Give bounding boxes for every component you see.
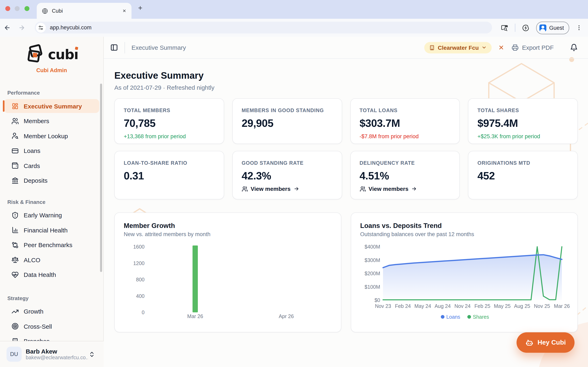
sidebar-item-member-lookup[interactable]: Member Lookup [4,129,99,143]
new-tab-button[interactable] [137,5,143,11]
sidebar-item-alco[interactable]: ALCO [4,253,99,267]
kpi-value: 70,785 [124,117,216,130]
svg-text:May 25: May 25 [494,303,511,309]
browser-menu-icon[interactable] [576,25,582,31]
sidebar: cubı Cubi Admin Performance Executive Su… [0,37,104,367]
view-members-label: View members [251,185,291,192]
kpi-grid: TOTAL MEMBERS 70,785 +13,368 from prior … [114,98,578,200]
sidebar-item-growth[interactable]: Growth [4,304,99,318]
kpi-label: DELINQUENCY RATE [360,160,451,166]
browser-titlebar: Cubi [0,0,588,19]
view-members-label: View members [369,185,408,192]
svg-text:Aug 24: Aug 24 [434,303,450,309]
clear-org-button[interactable] [498,44,504,50]
sidebar-item-label: ALCO [24,256,40,263]
section-label-performance: Performance [7,90,99,96]
svg-text:800: 800 [136,277,145,282]
sidebar-item-financial-health[interactable]: Financial Health [4,223,99,237]
kpi-value: 42.3% [242,170,334,182]
chart-title: Member Growth [124,222,175,230]
wallet-icon [11,162,19,169]
kpi-value: 4.51% [360,170,451,182]
tab-title: Cubi [52,8,122,14]
sidebar-item-cross-sell[interactable]: Cross-Sell [4,319,99,333]
sidebar-item-early-warning[interactable]: Early Warning [4,208,99,222]
toolbar-divider [515,24,515,32]
sidebar-item-deposits[interactable]: Deposits [4,174,99,187]
browser-tab[interactable]: Cubi [37,3,131,19]
breadcrumb: Executive Summary [131,44,186,51]
sidebar-item-label: Cards [24,162,40,169]
svg-text:1200: 1200 [133,260,145,266]
user-search-icon [11,132,19,140]
view-members-link[interactable]: View members [360,185,417,192]
sidebar-item-loans[interactable]: Loans [4,144,99,158]
sidebar-item-peer-benchmarks[interactable]: Peer Benchmarks [4,238,99,252]
svg-text:$0: $0 [374,297,380,303]
kpi-label: GOOD STANDING RATE [242,160,334,166]
chart-title: Loans vs. Deposits Trend [360,222,442,230]
svg-text:Loans: Loans [446,314,460,320]
section-label-risk-finance: Risk & Finance [7,199,99,205]
notifications-bell-icon[interactable] [570,44,578,51]
user-menu[interactable]: DU Barb Akew bakew@eclearwaterfcu.co... [0,341,104,367]
energy-saver-icon[interactable] [522,24,530,32]
kpi-card-loan-to-share: LOAN-TO-SHARE RATIO 0.31 [114,151,224,200]
sidebar-item-data-health[interactable]: Data Health [4,268,99,282]
forward-button[interactable] [16,22,27,33]
shield-alert-icon [11,211,19,219]
address-bar[interactable]: app.heycubi.com [35,22,492,33]
site-settings-icon[interactable] [36,23,46,33]
kpi-label: TOTAL SHARES [477,108,570,113]
svg-text:1600: 1600 [133,244,145,250]
sidebar-scrollbar[interactable] [100,83,102,272]
export-pdf-button[interactable]: Export PDF [512,44,554,51]
cubi-wordmark: cubı [48,48,78,61]
view-members-link[interactable]: View members [242,185,299,192]
sidebar-item-cards[interactable]: Cards [4,159,99,173]
kpi-card-good-standing-rate: GOOD STANDING RATE 42.3% View members [232,151,342,200]
svg-text:Nov 24: Nov 24 [454,303,471,309]
user-name: Barb Akew [26,348,88,355]
svg-text:Apr 26: Apr 26 [279,313,294,319]
printer-icon [512,44,519,51]
sidebar-item-label: Peer Benchmarks [24,242,72,248]
kpi-card-total-shares: TOTAL SHARES $975.4M +$25.3K from prior … [468,98,578,144]
url-text: app.heycubi.com [50,25,91,31]
sidebar-item-label: Members [24,117,49,124]
sidebar-toggle-icon[interactable] [110,44,118,51]
tab-close-icon[interactable] [122,8,127,13]
kpi-value: 29,905 [242,117,334,130]
kpi-label: LOAN-TO-SHARE RATIO [124,160,216,166]
header-divider [125,42,125,53]
scale-icon [11,256,19,263]
hey-cubi-button[interactable]: Hey Cubi [517,332,575,353]
profile-button[interactable]: Guest [536,21,569,34]
arrow-right-icon [293,186,299,192]
window-close-button[interactable] [5,6,10,11]
sidebar-item-executive-summary[interactable]: Executive Summary [4,99,99,113]
search-tabs-icon[interactable] [501,24,508,32]
back-button[interactable] [2,22,13,33]
svg-text:Feb 25: Feb 25 [475,303,490,309]
kpi-card-members-good-standing: MEMBERS IN GOOD STANDING 29,905 [232,98,342,144]
kpi-delta: +13,368 from prior period [124,133,216,140]
heart-pulse-icon [11,271,19,278]
svg-text:Mar 26: Mar 26 [554,303,570,309]
org-selector-chip[interactable]: Clearwater Fcu [424,42,492,53]
sidebar-item-members[interactable]: Members [4,114,99,128]
section-label-strategy: Strategy [7,295,99,301]
kpi-card-originations-mtd: ORIGINATIONS MTD 452 [468,151,578,200]
svg-text:Feb 24: Feb 24 [395,303,411,309]
export-pdf-label: Export PDF [522,44,554,51]
users-icon [11,117,19,125]
window-minimize-button[interactable] [15,6,20,11]
kpi-value: 0.31 [124,170,216,182]
window-zoom-button[interactable] [25,6,29,11]
kpi-value: $303.7M [360,117,451,130]
toolbar-right: Guest [501,19,588,37]
member-growth-card: 040080012001600Mar 26Apr 26 Member Growt… [114,212,341,332]
kpi-value: 452 [477,170,570,182]
page-header: Executive Summary Clearwater Fcu Export … [104,37,588,59]
sidebar-item-label: Financial Health [24,226,68,234]
